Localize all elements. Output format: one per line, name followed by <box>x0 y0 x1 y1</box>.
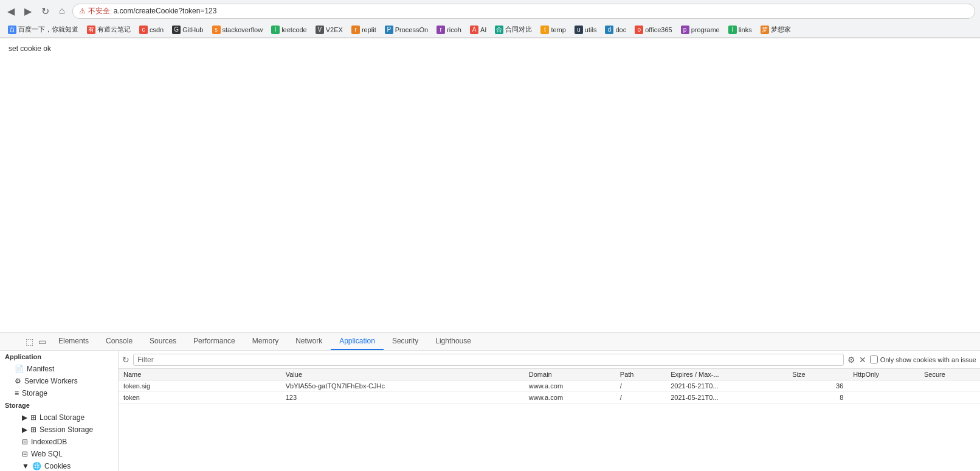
security-text: 不安全 <box>88 6 110 16</box>
cell-expires: 2021-05-21T0... <box>666 392 787 404</box>
storage-label: Storage <box>22 389 47 397</box>
bookmark-item[interactable]: rreplit <box>348 25 379 35</box>
bookmark-item[interactable]: rricoh <box>433 25 464 35</box>
cell-name: token.sig <box>119 380 281 392</box>
home-button[interactable]: ⌂ <box>57 4 67 18</box>
bookmark-item[interactable]: ooffice365 <box>632 25 675 35</box>
devtools-tab-sources[interactable]: Sources <box>141 332 185 350</box>
sidebar-item-storage[interactable]: ≡ Storage <box>0 387 118 399</box>
caret-right-icon2: ▶ <box>22 425 27 434</box>
devtools-tab-console[interactable]: Console <box>97 332 141 350</box>
bookmark-item[interactable]: 梦梦想家 <box>757 24 794 35</box>
bookmark-label: utils <box>585 26 597 33</box>
bookmark-item[interactable]: lleetcode <box>268 25 310 35</box>
bookmark-label: office365 <box>645 26 672 33</box>
devtools-tab-memory[interactable]: Memory <box>244 332 287 350</box>
sidebar-item-cookies[interactable]: ▼ 🌐 Cookies <box>0 460 118 471</box>
session-storage-label: Session Storage <box>40 425 93 434</box>
bookmark-item[interactable]: 有有道云笔记 <box>84 24 134 35</box>
websql-icon: ⊟ <box>22 450 28 458</box>
cell-httponly <box>848 392 919 404</box>
bookmark-item[interactable]: AAI <box>467 25 489 35</box>
device-icon[interactable]: ▭ <box>37 335 47 348</box>
sidebar-item-indexeddb[interactable]: ⊟ IndexedDB <box>0 436 118 448</box>
table-scroll: Name Value Domain Path Expires / Max-...… <box>119 369 980 471</box>
sidebar-item-session-storage[interactable]: ▶ ⊞ Session Storage <box>0 424 118 436</box>
devtools-tab-application[interactable]: Application <box>331 332 384 350</box>
storage-section-header: Storage <box>0 399 118 411</box>
manifest-label: Manifest <box>27 365 54 373</box>
bookmark-item[interactable]: sstackoverflow <box>209 25 266 35</box>
devtools-body: Application 📄 Manifest ⚙ Service Workers… <box>0 351 980 471</box>
warning-icon: ⚠ <box>79 7 86 15</box>
bookmark-label: temp <box>551 26 565 33</box>
col-header-size: Size <box>787 369 848 380</box>
refresh-button[interactable]: ↻ <box>122 355 129 365</box>
bookmark-label: 梦想家 <box>771 25 791 34</box>
back-button[interactable]: ◀ <box>5 4 17 18</box>
table-row[interactable]: token.sigVbYIA55o-gatTQN7IFhEbx-CJHcwww.… <box>119 380 980 392</box>
storage-icon: ≡ <box>15 389 19 397</box>
issue-filter-label[interactable]: Only show cookies with an issue <box>870 356 976 363</box>
grid-icon: ⊞ <box>30 413 36 422</box>
bookmark-item[interactable]: llinks <box>725 25 755 35</box>
table-header-row: Name Value Domain Path Expires / Max-...… <box>119 369 980 380</box>
websql-label: Web SQL <box>31 450 63 458</box>
bookmark-item[interactable]: PProcessOn <box>382 25 431 35</box>
issue-filter-text: Only show cookies with an issue <box>880 356 976 363</box>
cookie-icon: 🌐 <box>32 462 41 470</box>
devtools-tab-network[interactable]: Network <box>287 332 331 350</box>
cell-path: / <box>615 380 666 392</box>
cell-secure <box>919 380 980 392</box>
sidebar-item-service-workers[interactable]: ⚙ Service Workers <box>0 375 118 387</box>
bookmark-label: ProcessOn <box>395 26 428 33</box>
inspect-icon[interactable]: ⬚ <box>24 335 35 348</box>
bookmark-item[interactable]: VV2EX <box>312 25 346 35</box>
issue-filter-checkbox[interactable] <box>870 356 878 363</box>
devtools-tab-performance[interactable]: Performance <box>185 332 244 350</box>
bookmark-item[interactable]: pprograme <box>678 25 723 35</box>
service-workers-icon: ⚙ <box>15 377 21 385</box>
application-section-header: Application <box>0 351 118 363</box>
col-header-secure: Secure <box>919 369 980 380</box>
cell-domain: www.a.com <box>524 392 615 404</box>
cell-value: VbYIA55o-gatTQN7IFhEbx-CJHc <box>281 380 524 392</box>
bookmark-item[interactable]: uutils <box>571 25 600 35</box>
table-row[interactable]: token123www.a.com/2021-05-21T0...8 <box>119 392 980 404</box>
bookmark-item[interactable]: ttemp <box>537 25 568 35</box>
reload-button[interactable]: ↻ <box>39 4 52 18</box>
cell-secure <box>919 392 980 404</box>
bookmark-label: ricoh <box>447 26 461 33</box>
page-content: set cookie ok <box>0 38 980 332</box>
bookmark-label: 有道云笔记 <box>97 25 131 34</box>
bookmark-item[interactable]: 百百度一下，你就知道 <box>5 24 81 35</box>
clear-filter-button[interactable]: ✕ <box>859 355 866 365</box>
filter-options-button[interactable]: ⚙ <box>847 355 855 365</box>
forward-button[interactable]: ▶ <box>22 4 34 18</box>
bookmark-item[interactable]: ccsdn <box>136 25 167 35</box>
devtools-tab-security[interactable]: Security <box>384 332 427 350</box>
address-text: a.com/createCookie?token=123 <box>114 7 217 15</box>
cell-httponly <box>848 380 919 392</box>
cell-size: 8 <box>787 392 848 404</box>
devtools-panel: ⬚ ▭ ElementsConsoleSourcesPerformanceMem… <box>0 332 980 471</box>
sidebar-item-websql[interactable]: ⊟ Web SQL <box>0 448 118 460</box>
bookmark-item[interactable]: ddoc <box>602 25 629 35</box>
browser-chrome: ◀ ▶ ↻ ⌂ ⚠ 不安全 a.com/createCookie?token=1… <box>0 0 980 38</box>
sidebar-item-local-storage[interactable]: ▶ ⊞ Local Storage <box>0 411 118 424</box>
security-badge: ⚠ 不安全 <box>79 6 110 16</box>
sidebar-item-manifest[interactable]: 📄 Manifest <box>0 363 118 375</box>
bookmark-item[interactable]: GGitHub <box>169 25 206 35</box>
bookmark-item[interactable]: 合合同对比 <box>492 24 535 35</box>
devtools-tab-elements[interactable]: Elements <box>50 332 97 350</box>
cookies-label: Cookies <box>44 462 71 470</box>
manifest-icon: 📄 <box>15 365 24 373</box>
local-storage-label: Local Storage <box>40 413 85 422</box>
filter-input[interactable] <box>133 354 844 366</box>
devtools-tabs: ⬚ ▭ ElementsConsoleSourcesPerformanceMem… <box>0 332 980 351</box>
bookmark-label: links <box>739 26 752 33</box>
address-bar[interactable]: ⚠ 不安全 a.com/createCookie?token=123 <box>72 4 975 19</box>
cell-path: / <box>615 392 666 404</box>
bookmark-label: stackoverflow <box>223 26 263 33</box>
devtools-tab-lighthouse[interactable]: Lighthouse <box>427 332 480 350</box>
